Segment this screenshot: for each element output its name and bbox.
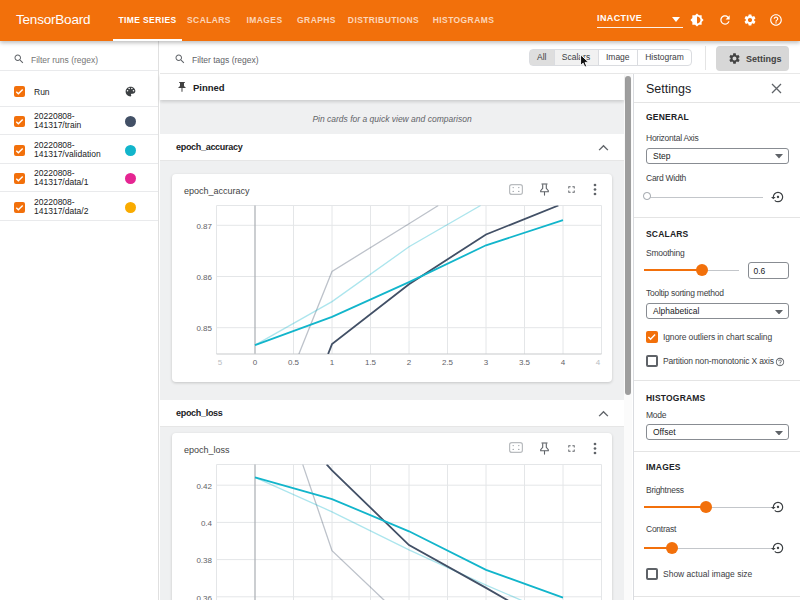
svg-text:0.38: 0.38 (196, 556, 212, 565)
svg-text:0.4: 0.4 (201, 519, 213, 528)
svg-text:1: 1 (330, 358, 335, 367)
svg-text:1.5: 1.5 (365, 358, 377, 367)
svg-text:0.5: 0.5 (288, 358, 300, 367)
svg-text:2: 2 (407, 358, 412, 367)
svg-text:2.5: 2.5 (442, 358, 454, 367)
svg-text:0.36: 0.36 (196, 593, 212, 600)
svg-text:4: 4 (596, 358, 601, 367)
svg-text:0.87: 0.87 (196, 222, 212, 231)
svg-text:0.42: 0.42 (196, 481, 212, 490)
svg-text:3.5: 3.5 (519, 358, 531, 367)
svg-text:0: 0 (253, 358, 258, 367)
svg-text:5: 5 (218, 358, 223, 367)
svg-text:0.85: 0.85 (196, 324, 212, 333)
svg-text:0.86: 0.86 (196, 273, 212, 282)
svg-text:4: 4 (561, 358, 566, 367)
svg-text:3: 3 (484, 358, 489, 367)
